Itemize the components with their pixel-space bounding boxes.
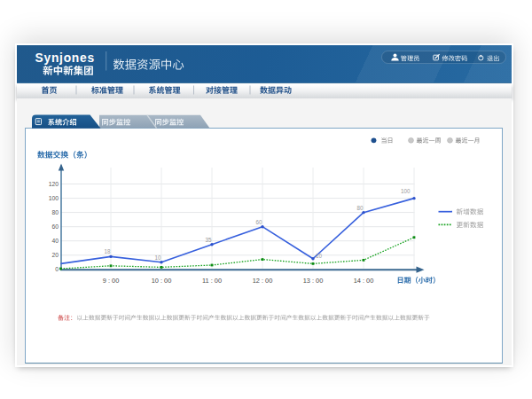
svg-text:60: 60 bbox=[51, 223, 59, 230]
svg-text:80: 80 bbox=[356, 205, 364, 211]
svg-text:60: 60 bbox=[255, 219, 262, 225]
svg-text:40: 40 bbox=[51, 238, 59, 244]
svg-text:10: 10 bbox=[316, 253, 323, 259]
svg-text:18: 18 bbox=[104, 248, 111, 254]
svg-text:120: 120 bbox=[49, 181, 59, 187]
svg-text:10 : 00: 10 : 00 bbox=[152, 277, 172, 285]
svg-text:100: 100 bbox=[401, 188, 411, 194]
svg-text:14 : 00: 14 : 00 bbox=[354, 277, 374, 285]
svg-text:9 : 00: 9 : 00 bbox=[103, 277, 120, 285]
svg-text:13 : 00: 13 : 00 bbox=[303, 277, 324, 285]
svg-text:Synjones: Synjones bbox=[35, 51, 95, 65]
svg-text:10: 10 bbox=[154, 254, 161, 261]
svg-text:12 : 00: 12 : 00 bbox=[253, 277, 273, 285]
svg-text:11 : 00: 11 : 00 bbox=[202, 277, 222, 285]
svg-text:80: 80 bbox=[51, 209, 59, 215]
svg-text:100: 100 bbox=[49, 195, 59, 201]
svg-text:0: 0 bbox=[55, 266, 59, 272]
svg-text:20: 20 bbox=[51, 252, 59, 258]
svg-text:35: 35 bbox=[205, 237, 212, 243]
